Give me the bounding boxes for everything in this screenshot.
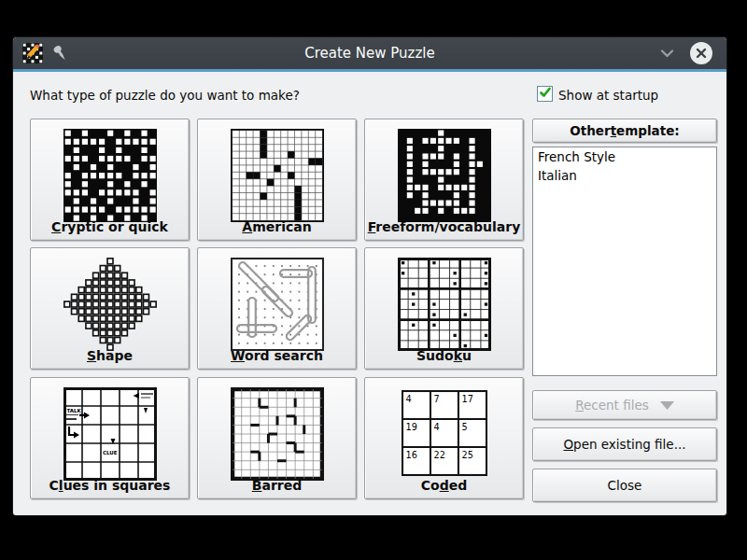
question-text: What type of puzzle do you want to make? bbox=[30, 88, 300, 103]
american-grid-icon bbox=[231, 129, 324, 222]
svg-text:16: 16 bbox=[405, 450, 416, 460]
svg-text:CLUE: CLUE bbox=[103, 450, 118, 455]
tile-label: Clues in squares bbox=[31, 478, 189, 493]
tile-label: Coded bbox=[365, 478, 523, 493]
tile-label: American bbox=[198, 219, 356, 234]
create-new-puzzle-dialog: Create New Puzzle What type of puzzle do… bbox=[13, 37, 726, 515]
svg-text:19: 19 bbox=[405, 422, 416, 432]
show-at-startup-checkbox[interactable] bbox=[537, 86, 553, 102]
svg-text:22: 22 bbox=[433, 450, 444, 460]
puzzle-type-word-search[interactable]: Word search bbox=[197, 247, 357, 370]
recent-files-button[interactable]: Recent files bbox=[532, 390, 717, 420]
barred-grid-icon bbox=[231, 387, 324, 481]
list-item-italian[interactable]: Italian bbox=[533, 166, 716, 185]
clues-grid-icon: TALKCLUE bbox=[63, 387, 157, 481]
svg-text:7: 7 bbox=[433, 394, 439, 404]
checkmark-icon bbox=[539, 85, 552, 103]
puzzle-type-shape[interactable]: Shape bbox=[30, 247, 190, 370]
template-list[interactable]: French Style Italian bbox=[532, 147, 717, 376]
freeform-grid-icon bbox=[398, 129, 491, 222]
tile-label: Word search bbox=[198, 348, 356, 363]
window-close-button[interactable] bbox=[689, 41, 713, 65]
puzzle-type-cryptic-or-quick[interactable]: Cryptic or quick bbox=[30, 119, 190, 241]
titlebar[interactable]: Create New Puzzle bbox=[13, 37, 726, 69]
puzzle-type-clues-in-squares[interactable]: TALKCLUE Clues in squares bbox=[30, 377, 190, 499]
show-at-startup-label[interactable]: Show at startup bbox=[558, 88, 658, 103]
svg-text:4: 4 bbox=[405, 394, 411, 404]
tile-label: Cryptic or quick bbox=[31, 219, 189, 234]
list-item-french-style[interactable]: French Style bbox=[533, 147, 716, 166]
svg-text:25: 25 bbox=[461, 450, 472, 460]
close-button[interactable]: Close bbox=[532, 469, 717, 502]
svg-text:17: 17 bbox=[461, 394, 472, 404]
cryptic-grid-icon bbox=[63, 129, 157, 222]
puzzle-type-freeform-vocabulary[interactable]: Freeform/vocabulary bbox=[364, 119, 524, 241]
svg-text:4: 4 bbox=[433, 422, 439, 432]
svg-text:5: 5 bbox=[461, 422, 467, 432]
tile-label: Sudoku bbox=[365, 348, 523, 363]
pushpin-icon[interactable] bbox=[52, 44, 68, 63]
other-template-button[interactable]: Other template: bbox=[532, 119, 717, 143]
tile-label: Freeform/vocabulary bbox=[365, 219, 523, 234]
recent-files-label: Recent files bbox=[575, 398, 649, 413]
coded-grid-icon: 47171945162225 bbox=[402, 390, 487, 476]
shape-grid-icon bbox=[63, 258, 157, 351]
tile-label: Barred bbox=[198, 478, 356, 493]
app-crossword-pencil-icon bbox=[22, 43, 43, 63]
svg-text:TALK: TALK bbox=[66, 408, 81, 413]
puzzle-type-sudoku[interactable]: Sudoku bbox=[364, 247, 524, 370]
chevron-down-icon[interactable] bbox=[660, 49, 674, 58]
open-existing-file-button[interactable]: Open existing file... bbox=[532, 427, 717, 461]
tile-label: Shape bbox=[31, 348, 189, 363]
sudoku-grid-icon bbox=[398, 258, 491, 351]
puzzle-type-american[interactable]: American bbox=[197, 119, 357, 241]
dropdown-triangle-icon bbox=[660, 401, 674, 410]
wordsearch-grid-icon bbox=[231, 258, 324, 351]
window-title: Create New Puzzle bbox=[13, 45, 726, 62]
puzzle-type-barred[interactable]: Barred bbox=[197, 377, 357, 499]
titlebar-accent-line bbox=[13, 69, 726, 72]
puzzle-type-coded[interactable]: 47171945162225 Coded bbox=[364, 377, 524, 499]
